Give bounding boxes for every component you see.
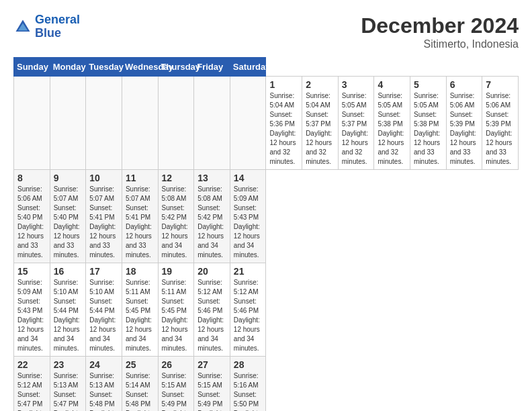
calendar-cell: 14Sunrise: 5:09 AMSunset: 5:43 PMDayligh… (230, 170, 266, 263)
day-number: 18 (126, 266, 154, 277)
day-info: Sunrise: 5:05 AMSunset: 5:38 PMDaylight:… (414, 91, 443, 167)
day-number: 7 (486, 79, 515, 90)
day-info: Sunrise: 5:09 AMSunset: 5:43 PMDaylight:… (17, 278, 46, 353)
calendar-cell: 1Sunrise: 5:04 AMSunset: 5:36 PMDaylight… (266, 77, 302, 170)
day-number: 11 (126, 173, 154, 183)
calendar-cell (158, 77, 194, 170)
day-info: Sunrise: 5:06 AMSunset: 5:39 PMDaylight:… (450, 91, 479, 167)
day-info: Sunrise: 5:11 AMSunset: 5:45 PMDaylight:… (162, 278, 191, 353)
calendar-cell: 9Sunrise: 5:07 AMSunset: 5:40 PMDaylight… (50, 170, 86, 263)
day-number: 25 (126, 359, 154, 370)
day-info: Sunrise: 5:06 AMSunset: 5:40 PMDaylight:… (17, 185, 46, 260)
calendar-cell: 22Sunrise: 5:12 AMSunset: 5:47 PMDayligh… (14, 357, 50, 412)
day-number: 19 (162, 266, 191, 277)
day-number: 22 (17, 359, 46, 370)
day-number: 15 (17, 266, 46, 277)
day-number: 24 (89, 359, 118, 370)
day-info: Sunrise: 5:12 AMSunset: 5:46 PMDaylight:… (234, 278, 263, 353)
day-number: 16 (54, 266, 83, 277)
weekday-header-monday: Monday (50, 58, 86, 77)
weekday-header-wednesday: Wednesday (122, 58, 158, 77)
calendar-week-1: 1Sunrise: 5:04 AMSunset: 5:36 PMDaylight… (14, 77, 519, 170)
calendar-cell (230, 77, 266, 170)
weekday-header-sunday: Sunday (14, 58, 50, 77)
calendar-cell: 8Sunrise: 5:06 AMSunset: 5:40 PMDaylight… (14, 170, 50, 263)
day-number: 23 (54, 359, 83, 370)
day-info: Sunrise: 5:13 AMSunset: 5:47 PMDaylight:… (54, 371, 83, 411)
day-number: 1 (269, 79, 298, 90)
day-info: Sunrise: 5:14 AMSunset: 5:48 PMDaylight:… (126, 371, 154, 411)
calendar-cell: 23Sunrise: 5:13 AMSunset: 5:47 PMDayligh… (50, 357, 86, 412)
calendar-cell: 4Sunrise: 5:05 AMSunset: 5:38 PMDaylight… (374, 77, 410, 170)
calendar-cell: 19Sunrise: 5:11 AMSunset: 5:45 PMDayligh… (158, 263, 194, 357)
calendar-week-2: 8Sunrise: 5:06 AMSunset: 5:40 PMDaylight… (14, 170, 519, 263)
calendar-cell: 25Sunrise: 5:14 AMSunset: 5:48 PMDayligh… (122, 357, 158, 412)
day-info: Sunrise: 5:05 AMSunset: 5:38 PMDaylight:… (378, 91, 406, 167)
day-info: Sunrise: 5:09 AMSunset: 5:43 PMDaylight:… (234, 185, 263, 260)
logo-icon (13, 17, 32, 36)
day-number: 3 (342, 79, 371, 90)
day-number: 10 (89, 173, 118, 183)
day-number: 4 (378, 79, 406, 90)
day-number: 17 (89, 266, 118, 277)
calendar-cell: 13Sunrise: 5:08 AMSunset: 5:42 PMDayligh… (194, 170, 230, 263)
day-info: Sunrise: 5:08 AMSunset: 5:42 PMDaylight:… (162, 185, 191, 260)
day-info: Sunrise: 5:04 AMSunset: 5:36 PMDaylight:… (269, 91, 298, 167)
title-block: December 2024 Sitimerto, Indonesia (361, 13, 519, 50)
weekday-header-thursday: Thursday (158, 58, 194, 77)
day-number: 27 (197, 359, 226, 370)
day-info: Sunrise: 5:05 AMSunset: 5:37 PMDaylight:… (342, 91, 371, 167)
calendar-cell (14, 77, 50, 170)
day-info: Sunrise: 5:10 AMSunset: 5:44 PMDaylight:… (89, 278, 118, 353)
day-number: 5 (414, 79, 443, 90)
calendar-cell: 7Sunrise: 5:06 AMSunset: 5:39 PMDaylight… (482, 77, 519, 170)
weekday-header-friday: Friday (194, 58, 230, 77)
day-info: Sunrise: 5:04 AMSunset: 5:37 PMDaylight:… (306, 91, 335, 167)
day-info: Sunrise: 5:12 AMSunset: 5:47 PMDaylight:… (17, 371, 46, 411)
calendar-cell: 6Sunrise: 5:06 AMSunset: 5:39 PMDaylight… (446, 77, 482, 170)
day-number: 14 (234, 173, 263, 183)
calendar-cell (194, 77, 230, 170)
day-number: 9 (54, 173, 83, 183)
day-number: 20 (197, 266, 226, 277)
day-number: 26 (162, 359, 191, 370)
logo-line1: General (35, 13, 80, 26)
calendar-cell: 10Sunrise: 5:07 AMSunset: 5:41 PMDayligh… (86, 170, 122, 263)
day-info: Sunrise: 5:08 AMSunset: 5:42 PMDaylight:… (197, 185, 226, 260)
day-number: 8 (17, 173, 46, 183)
calendar-cell: 26Sunrise: 5:15 AMSunset: 5:49 PMDayligh… (158, 357, 194, 412)
calendar-week-4: 22Sunrise: 5:12 AMSunset: 5:47 PMDayligh… (14, 357, 519, 412)
calendar-cell: 15Sunrise: 5:09 AMSunset: 5:43 PMDayligh… (14, 263, 50, 357)
day-info: Sunrise: 5:11 AMSunset: 5:45 PMDaylight:… (126, 278, 154, 353)
calendar-cell: 17Sunrise: 5:10 AMSunset: 5:44 PMDayligh… (86, 263, 122, 357)
day-info: Sunrise: 5:15 AMSunset: 5:49 PMDaylight:… (197, 371, 226, 411)
calendar-table: SundayMondayTuesdayWednesdayThursdayFrid… (13, 57, 519, 411)
day-number: 21 (234, 266, 263, 277)
calendar-cell: 12Sunrise: 5:08 AMSunset: 5:42 PMDayligh… (158, 170, 194, 263)
calendar-cell: 5Sunrise: 5:05 AMSunset: 5:38 PMDaylight… (410, 77, 447, 170)
calendar-week-3: 15Sunrise: 5:09 AMSunset: 5:43 PMDayligh… (14, 263, 519, 357)
day-info: Sunrise: 5:10 AMSunset: 5:44 PMDaylight:… (54, 278, 83, 353)
day-info: Sunrise: 5:06 AMSunset: 5:39 PMDaylight:… (486, 91, 515, 167)
day-info: Sunrise: 5:13 AMSunset: 5:48 PMDaylight:… (89, 371, 118, 411)
weekday-header-tuesday: Tuesday (86, 58, 122, 77)
day-number: 2 (306, 79, 335, 90)
calendar-cell (50, 77, 86, 170)
weekday-header-row: SundayMondayTuesdayWednesdayThursdayFrid… (14, 58, 519, 77)
weekday-header-saturday: Saturday (230, 58, 266, 77)
day-info: Sunrise: 5:07 AMSunset: 5:40 PMDaylight:… (54, 185, 83, 260)
day-info: Sunrise: 5:16 AMSunset: 5:50 PMDaylight:… (234, 371, 263, 411)
calendar-cell: 20Sunrise: 5:12 AMSunset: 5:46 PMDayligh… (194, 263, 230, 357)
day-number: 28 (234, 359, 263, 370)
day-info: Sunrise: 5:07 AMSunset: 5:41 PMDaylight:… (126, 185, 154, 260)
calendar-cell: 11Sunrise: 5:07 AMSunset: 5:41 PMDayligh… (122, 170, 158, 263)
day-number: 6 (450, 79, 479, 90)
day-info: Sunrise: 5:12 AMSunset: 5:46 PMDaylight:… (197, 278, 226, 353)
calendar-title: December 2024 (361, 13, 519, 38)
logo-line2: Blue (35, 27, 80, 40)
calendar-cell: 24Sunrise: 5:13 AMSunset: 5:48 PMDayligh… (86, 357, 122, 412)
day-number: 12 (162, 173, 191, 183)
calendar-cell: 21Sunrise: 5:12 AMSunset: 5:46 PMDayligh… (230, 263, 266, 357)
day-number: 13 (197, 173, 226, 183)
calendar-cell: 3Sunrise: 5:05 AMSunset: 5:37 PMDaylight… (338, 77, 374, 170)
